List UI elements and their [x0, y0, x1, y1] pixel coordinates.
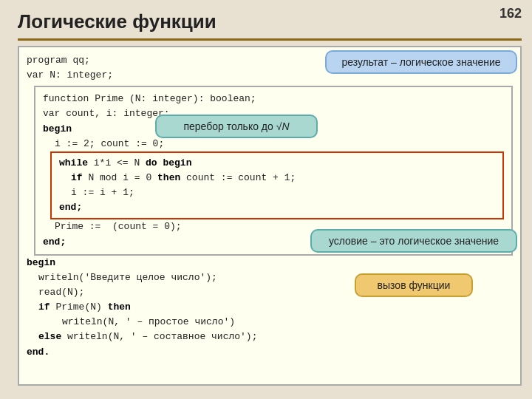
code-outer-box: program qq; var N: integer; function Pri… [18, 46, 522, 386]
bubble-call: вызов функции [355, 273, 473, 297]
code-line: i := i + 1; [59, 185, 495, 200]
code-line: if N mod i = 0 then count := count + 1; [59, 171, 495, 185]
page-number: 162 [499, 6, 522, 21]
code-line: else writeln(N, ' – составное число'); [27, 330, 513, 344]
sqrt-symbol: √N [276, 120, 290, 132]
bubble-result: результат – логическое значение [325, 50, 517, 74]
title-underline [18, 38, 522, 41]
code-line: end. [27, 345, 513, 360]
code-line: begin [27, 256, 513, 270]
bubble-condition: условие – это логическое значение [310, 229, 517, 253]
page-title: Логические функции [18, 10, 216, 33]
code-line: while i*i <= N do begin [59, 156, 495, 171]
keyword-function: function Prime [43, 93, 123, 104]
code-line: function Prime (N: integer): boolean; [43, 92, 504, 106]
code-line: writeln(N, ' – простое число') [27, 315, 513, 330]
bubble-sqrt-text: перебор только до [183, 120, 276, 132]
slide: 162 Логические функции program qq; var N… [0, 0, 532, 399]
bubble-sqrt: перебор только до √N [155, 115, 318, 138]
code-line: i := 2; count := 0; [43, 137, 504, 151]
code-line: if Prime(N) then [27, 300, 513, 315]
while-block: while i*i <= N do begin if N mod i = 0 t… [50, 151, 504, 220]
code-line: end; [59, 200, 495, 215]
